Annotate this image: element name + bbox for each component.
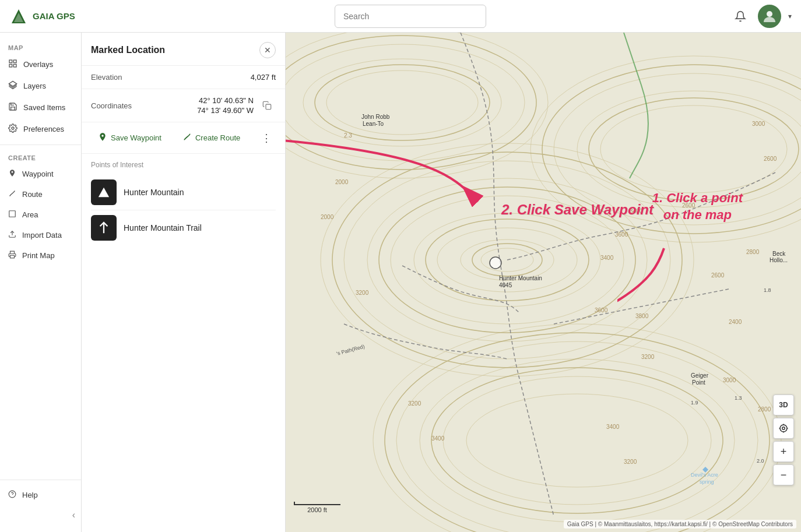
sidebar-item-route[interactable]: Route <box>0 184 81 205</box>
map-zoom-in-button[interactable]: + <box>773 441 794 462</box>
map-3d-button[interactable]: 3D <box>773 394 794 415</box>
map-area[interactable]: 2.3 2000 2000 3400 3600 3400 3800 3600 3… <box>286 33 801 532</box>
svg-text:2.0: 2.0 <box>757 458 764 464</box>
svg-text:2600: 2600 <box>711 272 725 279</box>
sidebar-item-import-data[interactable]: Import Data <box>0 225 81 245</box>
map-locate-button[interactable] <box>773 418 794 439</box>
svg-text:3800: 3800 <box>635 313 649 319</box>
svg-text:3400: 3400 <box>606 424 620 430</box>
more-options-button[interactable]: ⋮ <box>257 129 276 147</box>
svg-text:Lean-To: Lean-To <box>363 121 384 127</box>
sidebar-saved-items-label: Saved Items <box>23 103 65 112</box>
search-input[interactable] <box>335 5 486 28</box>
svg-text:1.9: 1.9 <box>691 400 698 406</box>
svg-text:spring: spring <box>700 479 714 485</box>
coordinates-area: 42° 10' 40.63" N 74° 13' 49.60" W <box>197 96 276 115</box>
panel-coordinates-row: Coordinates 42° 10' 40.63" N 74° 13' 49.… <box>82 89 285 122</box>
poi-hunter-mountain-trail-name: Hunter Mountain Trail <box>124 223 202 232</box>
copy-coordinates-button[interactable] <box>258 97 276 114</box>
svg-text:3400: 3400 <box>431 435 445 442</box>
sidebar-item-print-map[interactable]: Print Map <box>0 245 81 266</box>
area-icon <box>8 210 16 220</box>
layers-icon <box>8 80 17 91</box>
poi-item-hunter-mountain-trail[interactable]: Hunter Mountain Trail <box>91 210 276 245</box>
waypoint-icon <box>8 169 16 179</box>
panel-close-button[interactable]: ✕ <box>259 42 276 58</box>
poi-hunter-mountain-name: Hunter Mountain <box>124 188 184 197</box>
svg-rect-14 <box>266 104 271 110</box>
svg-text:3200: 3200 <box>641 354 655 360</box>
svg-text:Devil's Acre: Devil's Acre <box>691 472 718 478</box>
saved-items-icon <box>8 102 17 113</box>
svg-text:4045: 4045 <box>499 282 512 288</box>
sidebar-item-waypoint[interactable]: Waypoint <box>0 164 81 184</box>
svg-text:2400: 2400 <box>729 319 742 325</box>
sidebar-preferences-label: Preferences <box>23 125 64 133</box>
svg-point-2 <box>767 11 772 17</box>
svg-rect-17 <box>286 33 801 532</box>
import-data-icon <box>8 230 16 240</box>
svg-point-90 <box>780 425 787 432</box>
sidebar-item-help[interactable]: Help <box>0 485 81 505</box>
sidebar-collapse-button[interactable]: ‹ <box>0 505 81 525</box>
sidebar-item-preferences[interactable]: Preferences <box>0 118 81 140</box>
coordinates-block: 42° 10' 40.63" N 74° 13' 49.60" W <box>197 96 254 115</box>
svg-text:2.3: 2.3 <box>344 132 352 139</box>
sidebar-item-saved-items[interactable]: Saved Items <box>0 97 81 118</box>
collapse-icon: ‹ <box>72 510 75 520</box>
sidebar-item-area[interactable]: Area <box>0 205 81 225</box>
notifications-button[interactable] <box>730 6 751 27</box>
logo-area: GAIA GPS <box>9 7 91 26</box>
sidebar-import-data-label: Import Data <box>22 231 62 239</box>
svg-text:2800: 2800 <box>758 406 771 413</box>
poi-item-hunter-mountain[interactable]: Hunter Mountain <box>91 175 276 210</box>
svg-text:Geiger: Geiger <box>691 372 709 379</box>
svg-rect-11 <box>10 255 15 258</box>
sidebar-item-overlays[interactable]: Overlays <box>0 54 81 75</box>
sidebar-divider-1 <box>0 145 81 145</box>
save-waypoint-button[interactable]: Save Waypoint <box>91 128 168 147</box>
svg-text:John Robb: John Robb <box>361 114 390 120</box>
save-waypoint-icon <box>98 132 107 143</box>
search-area <box>91 5 730 28</box>
svg-rect-4 <box>13 60 16 63</box>
svg-text:Hunter Mountain: Hunter Mountain <box>499 275 542 281</box>
topbar: GAIA GPS ▾ <box>0 0 801 33</box>
create-route-button[interactable]: Create Route <box>175 128 247 147</box>
svg-text:1.8: 1.8 <box>764 287 771 293</box>
help-icon <box>8 490 16 500</box>
svg-rect-5 <box>9 64 12 67</box>
map-zoom-out-button[interactable]: − <box>773 464 794 485</box>
avatar[interactable] <box>758 5 781 28</box>
coord1-value: 42° 10' 40.63" N <box>199 96 254 105</box>
sidebar-layers-label: Layers <box>23 82 46 90</box>
svg-text:3200: 3200 <box>356 290 369 296</box>
svg-text:3000: 3000 <box>752 121 765 127</box>
svg-text:3200: 3200 <box>624 459 637 465</box>
poi-hunter-mountain-trail-icon-box <box>91 215 117 241</box>
route-icon <box>8 189 16 199</box>
svg-text:Hollo...: Hollo... <box>770 257 788 263</box>
svg-text:1.3: 1.3 <box>735 395 742 401</box>
sidebar-print-map-label: Print Map <box>22 251 55 260</box>
svg-text:3000: 3000 <box>723 377 736 383</box>
sidebar-item-layers[interactable]: Layers <box>0 75 81 97</box>
svg-rect-9 <box>9 211 16 217</box>
svg-text:Beck: Beck <box>772 251 786 257</box>
avatar-dropdown-arrow[interactable]: ▾ <box>788 12 792 20</box>
sidebar-bottom: Help ‹ <box>0 475 81 525</box>
panel-elevation-row: Elevation 4,027 ft <box>82 66 285 89</box>
overlays-icon <box>8 59 17 70</box>
print-map-icon <box>8 251 16 260</box>
create-route-icon <box>182 132 192 143</box>
svg-marker-15 <box>99 188 109 198</box>
map-attribution: Gaia GPS | © Maanmittauslaitos, https://… <box>564 520 796 529</box>
svg-rect-3 <box>9 60 12 63</box>
close-icon: ✕ <box>264 45 271 55</box>
poi-section-label: Points of Interest <box>91 161 276 169</box>
panel-actions: Save Waypoint Create Route ⋮ <box>82 122 285 154</box>
coordinates-label: Coordinates <box>91 101 132 110</box>
sidebar-route-label: Route <box>22 190 43 199</box>
gaia-logo-icon <box>9 7 28 26</box>
create-section-label: Create <box>0 150 81 164</box>
